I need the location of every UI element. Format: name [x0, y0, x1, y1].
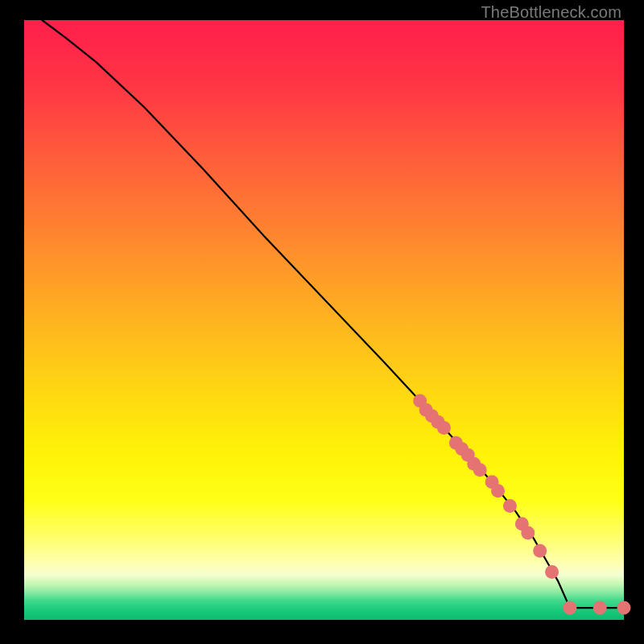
plot-area — [24, 20, 624, 620]
chart-frame: TheBottleneck.com — [0, 0, 644, 644]
curve-line — [42, 20, 624, 608]
data-point — [533, 544, 547, 558]
data-point — [473, 463, 487, 477]
data-point — [545, 565, 559, 579]
data-point — [593, 601, 607, 615]
watermark-text: TheBottleneck.com — [481, 3, 621, 22]
chart-svg — [24, 20, 624, 620]
data-point — [503, 499, 517, 513]
data-point — [617, 601, 631, 615]
data-points — [413, 394, 630, 615]
data-point — [437, 421, 451, 435]
data-point — [491, 484, 505, 497]
data-point — [521, 526, 535, 539]
data-point — [563, 601, 576, 615]
